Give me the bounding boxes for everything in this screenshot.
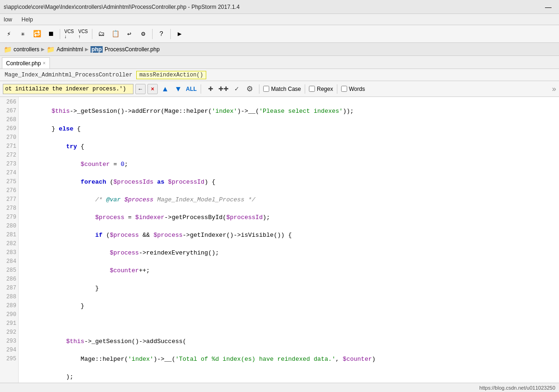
code-wrapper: 266 267 268 269 270 271 272 273 274 275 … (0, 97, 559, 383)
find-replace-checked-icon[interactable]: ✓ (231, 83, 242, 95)
bc-processcontroller[interactable]: ProcessController.php (105, 46, 160, 53)
tab-bar: Controller.php × (0, 56, 559, 69)
toolbar-btn-structure[interactable]: 📋 (109, 28, 121, 40)
nav-class[interactable]: Mage_Index_Adminhtml_ProcessController (3, 71, 134, 79)
toolbar-separator-2 (92, 29, 92, 39)
line-num: 268 (2, 116, 16, 124)
title-text: s\app\code\core\Mage\Index\controllers\A… (4, 4, 541, 10)
toolbar-btn-settings[interactable]: ⚙ (137, 28, 149, 40)
status-bar: https://blog.csdn.net/u011023250 (0, 383, 559, 392)
menu-bar: low Help (0, 14, 559, 25)
bc-arrow-2: ▶ (85, 47, 89, 52)
line-num: 284 (2, 257, 16, 266)
line-num: 278 (2, 204, 16, 213)
toolbar-btn-4[interactable]: ⏹ (45, 28, 57, 40)
line-num: 276 (2, 186, 16, 195)
line-num: 288 (2, 293, 16, 302)
words-checkbox[interactable] (341, 86, 347, 92)
line-num: 292 (2, 328, 16, 337)
line-num: 289 (2, 302, 16, 310)
menu-low[interactable]: low (2, 15, 14, 24)
nav-method[interactable]: massReindexAction() (136, 71, 207, 79)
toolbar-btn-history[interactable]: 🗂 (95, 28, 107, 40)
find-all-button[interactable]: ALL (186, 83, 197, 95)
line-num: 271 (2, 142, 16, 151)
menu-help[interactable]: Help (20, 15, 35, 24)
code-line-268: try { (22, 142, 559, 151)
find-settings-icon[interactable]: ⚙ (244, 83, 255, 95)
title-bar: s\app\code\core\Mage\Index\controllers\A… (0, 0, 559, 14)
line-num: 287 (2, 284, 16, 293)
code-line-271: /* @var $process Mage_Index_Model_Proces… (22, 195, 559, 204)
bc-folder-icon: 📁 (4, 46, 12, 53)
line-num: 280 (2, 222, 16, 231)
line-num: 290 (2, 310, 16, 319)
find-up-button[interactable]: ▲ (160, 83, 171, 95)
line-num: 282 (2, 240, 16, 248)
find-separator-2 (259, 84, 259, 94)
find-separator-3 (305, 84, 305, 94)
code-line-278 (22, 319, 559, 328)
line-num: 285 (2, 266, 16, 275)
bc-arrow-1: ▶ (41, 47, 45, 52)
find-match-case-group[interactable]: Match Case (263, 86, 301, 92)
line-num: 272 (2, 151, 16, 160)
toolbar-btn-run[interactable]: ▶ (174, 28, 186, 40)
toolbar-separator-3 (152, 29, 153, 39)
find-input[interactable] (3, 84, 133, 94)
toolbar-separator-1 (60, 29, 60, 39)
toolbar-btn-3[interactable]: 🔁 (31, 28, 43, 40)
find-prev-button[interactable]: ← (135, 84, 146, 94)
bc-folder-icon-2: 📁 (47, 46, 55, 53)
bc-adminhtml[interactable]: Adminhtml (56, 46, 83, 53)
line-num: 277 (2, 195, 16, 204)
toolbar-separator-4 (170, 29, 171, 39)
line-num: 286 (2, 275, 16, 284)
tab-label: Controller.php (6, 60, 41, 67)
match-case-label: Match Case (271, 86, 301, 92)
find-replace-icon[interactable]: ✚ (205, 83, 216, 95)
find-bar: ← × ▲ ▼ ALL ✚ ✚✚ ✓ ⚙ Match Case Regex Wo… (0, 81, 559, 97)
find-words-group[interactable]: Words (341, 86, 365, 92)
words-label: Words (349, 86, 365, 92)
line-num: 267 (2, 107, 16, 116)
toolbar-btn-question[interactable]: ? (155, 28, 168, 40)
toolbar-btn-1[interactable]: ⚡ (3, 28, 15, 40)
breadcrumb: 📁 controllers ▶ 📁 Adminhtml ▶ php Proces… (0, 43, 559, 56)
line-num: 283 (2, 248, 16, 257)
tab-close-button[interactable]: × (43, 61, 46, 66)
minimize-button[interactable]: — (541, 2, 555, 12)
find-regex-group[interactable]: Regex (309, 86, 333, 92)
code-content[interactable]: $this->_getSession()->addError(Mage::hel… (19, 97, 559, 383)
file-tab[interactable]: Controller.php × (2, 57, 50, 69)
line-num: 273 (2, 160, 16, 169)
line-num: 291 (2, 319, 16, 328)
toolbar-btn-2[interactable]: ✳ (17, 28, 29, 40)
line-num: 266 (2, 98, 16, 107)
find-close-button[interactable]: × (147, 84, 158, 94)
find-replace-all-icon[interactable]: ✚✚ (218, 83, 229, 95)
line-numbers: 266 267 268 269 270 271 272 273 274 275 … (0, 97, 19, 383)
code-line-270: foreach ($processIds as $processId) { (22, 178, 559, 186)
regex-label: Regex (317, 86, 333, 92)
code-line-272: $process = $indexer->getProcessById($pro… (22, 213, 559, 222)
match-case-checkbox[interactable] (263, 86, 269, 92)
line-num: 295 (2, 355, 16, 364)
toolbar-btn-undo[interactable]: ↩ (123, 28, 135, 40)
bc-php-icon: php (91, 46, 103, 53)
code-line-277: } (22, 302, 559, 310)
find-separator-4 (337, 84, 337, 94)
bc-controllers[interactable]: controllers (14, 46, 39, 53)
line-num: 275 (2, 178, 16, 186)
code-line-267: } else { (22, 124, 559, 133)
find-separator-1 (201, 84, 201, 94)
toolbar-vcs-commit[interactable]: VCS↑ (77, 28, 89, 40)
line-num: 294 (2, 346, 16, 355)
code-line-266: $this->_getSession()->addError(Mage::hel… (22, 107, 559, 116)
toolbar-vcs-update[interactable]: VCS↓ (63, 28, 75, 40)
find-down-button[interactable]: ▼ (173, 83, 184, 95)
find-more-button[interactable]: » (552, 85, 556, 93)
code-line-280: Mage::helper('index')->__('Total of %d i… (22, 355, 559, 364)
regex-checkbox[interactable] (309, 86, 315, 92)
code-line-269: $counter = 0; (22, 160, 559, 169)
